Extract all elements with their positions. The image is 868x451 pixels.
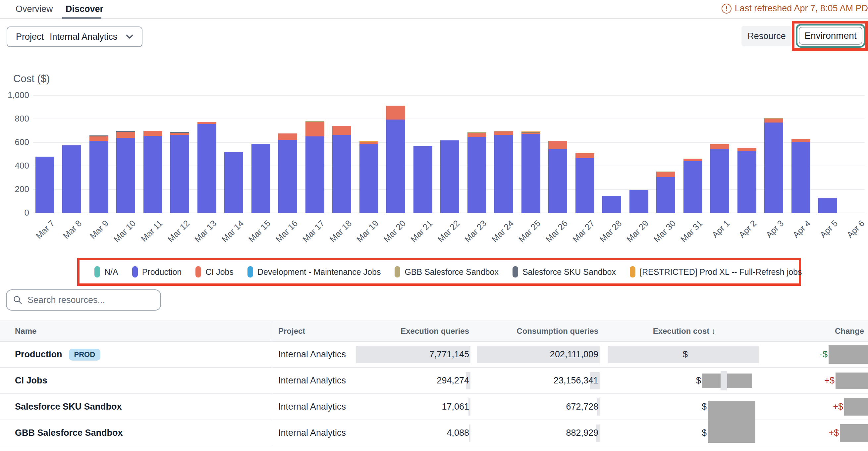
bar-segment-apr-4[interactable] xyxy=(792,139,810,142)
bar-segment-mar-27[interactable] xyxy=(576,153,594,158)
resource-toggle-button[interactable]: Resource xyxy=(741,26,792,46)
legend-item[interactable]: Production xyxy=(132,266,182,278)
bar-segment-mar-11[interactable] xyxy=(144,131,162,136)
bar-segment-mar-9[interactable] xyxy=(89,135,108,136)
bar-segment-mar-24[interactable] xyxy=(494,131,513,131)
bar-segment-mar-14[interactable] xyxy=(224,152,243,213)
bar-segment-mar-16[interactable] xyxy=(278,133,297,140)
bar-segment-apr-3[interactable] xyxy=(764,119,783,123)
table-row[interactable]: CI JobsInternal Analytics294,27423,156,3… xyxy=(0,368,868,394)
column-header-execution-cost[interactable]: Execution cost ↓ xyxy=(600,326,759,336)
tab-overview[interactable]: Overview xyxy=(16,4,53,14)
bar-segment-mar-25[interactable] xyxy=(522,133,540,134)
resource-name[interactable]: GBB Salesforce Sandbox xyxy=(15,428,123,438)
bar-segment-mar-24[interactable] xyxy=(494,135,513,213)
legend-item[interactable]: GBB Salesforce Sandbox xyxy=(395,266,499,278)
bar-segment-apr-5[interactable] xyxy=(818,198,837,213)
column-header-change[interactable]: Change xyxy=(759,326,868,336)
bar-segment-mar-19[interactable] xyxy=(360,142,378,144)
bar-segment-apr-1[interactable] xyxy=(710,144,729,149)
bar-segment-mar-31[interactable] xyxy=(683,159,702,159)
column-header-execution-queries[interactable]: Execution queries xyxy=(371,326,470,336)
bar-segment-apr-2[interactable] xyxy=(738,151,756,213)
bar-segment-mar-9[interactable] xyxy=(89,136,108,140)
resource-name[interactable]: CI Jobs xyxy=(15,376,48,386)
bar-segment-apr-3[interactable] xyxy=(764,123,783,213)
bar-segment-mar-25[interactable] xyxy=(522,134,540,213)
bar-segment-mar-17[interactable] xyxy=(306,122,324,136)
bar-segment-mar-17[interactable] xyxy=(306,121,324,122)
resource-name[interactable]: Salesforce SKU Sandbox xyxy=(15,402,122,412)
legend-item[interactable]: N/A xyxy=(94,266,118,278)
legend-item[interactable]: Salesforce SKU Sandbox xyxy=(513,266,616,278)
bar-segment-mar-12[interactable] xyxy=(170,132,189,133)
bar-segment-mar-11[interactable] xyxy=(144,136,162,213)
environment-toggle-button[interactable]: Environment xyxy=(799,27,862,45)
bar-segment-mar-27[interactable] xyxy=(576,158,594,213)
bar-segment-mar-18[interactable] xyxy=(332,135,351,213)
column-header-consumption-queries[interactable]: Consumption queries xyxy=(470,326,600,336)
bar-segment-mar-8[interactable] xyxy=(62,146,81,213)
bar-segment-mar-10[interactable] xyxy=(116,138,135,213)
search-input[interactable] xyxy=(28,295,154,305)
resource-name[interactable]: Production xyxy=(15,349,62,360)
project-filter-dropdown[interactable]: Project Internal Analytics xyxy=(7,27,143,47)
bar-segment-mar-25[interactable] xyxy=(522,131,540,133)
bar-segment-mar-10[interactable] xyxy=(116,131,135,132)
column-header-project[interactable]: Project xyxy=(272,321,371,341)
legend-swatch-icon xyxy=(195,266,201,278)
bar-segment-mar-16[interactable] xyxy=(278,140,297,213)
legend-item[interactable]: CI Jobs xyxy=(195,266,234,278)
bar-segment-mar-30[interactable] xyxy=(656,177,675,213)
bar-segment-mar-17[interactable] xyxy=(306,136,324,213)
bar-segment-apr-2[interactable] xyxy=(738,148,756,151)
table-row[interactable]: Salesforce SKU SandboxInternal Analytics… xyxy=(0,394,868,420)
bar-segment-mar-23[interactable] xyxy=(467,132,486,132)
bar-segment-mar-29[interactable] xyxy=(629,190,648,213)
bar-segment-mar-7[interactable] xyxy=(35,157,54,213)
bar-segment-mar-31[interactable] xyxy=(683,159,702,161)
bar-segment-mar-20[interactable] xyxy=(386,106,405,120)
bar-segment-mar-30[interactable] xyxy=(656,172,675,177)
bar-segment-mar-21[interactable] xyxy=(413,146,432,213)
x-tick-label: Mar 24 xyxy=(483,218,516,251)
bar-segment-mar-9[interactable] xyxy=(89,141,108,213)
bar-segment-mar-22[interactable] xyxy=(440,140,459,213)
consumption-queries-cell: 202,111,009 xyxy=(470,342,600,367)
bar-segment-mar-31[interactable] xyxy=(683,161,702,213)
column-header-name[interactable]: Name xyxy=(0,326,272,336)
bar-segment-mar-26[interactable] xyxy=(548,141,567,149)
bar-segment-mar-12[interactable] xyxy=(170,133,189,135)
search-box[interactable] xyxy=(6,289,161,311)
execution-cost-cell: $ xyxy=(600,368,759,393)
bar-segment-mar-26[interactable] xyxy=(548,149,567,213)
bar-segment-mar-19[interactable] xyxy=(360,141,378,142)
table-row[interactable]: ProductionPRODInternal Analytics7,771,14… xyxy=(0,342,868,368)
change-cell: +$ xyxy=(759,394,868,420)
tab-discover[interactable]: Discover xyxy=(66,4,103,14)
bar-segment-mar-18[interactable] xyxy=(332,126,351,135)
change-sign-prefix: -$ xyxy=(819,349,828,360)
x-tick-label: Mar 17 xyxy=(293,218,327,251)
bar-segment-mar-15[interactable] xyxy=(251,144,270,213)
legend-item[interactable]: Development - Maintenance Jobs xyxy=(247,266,381,278)
legend-item[interactable]: [RESTRICTED] Prod XL -- Full-Refresh job… xyxy=(630,266,802,278)
bar-segment-mar-20[interactable] xyxy=(386,120,405,213)
bar-segment-mar-19[interactable] xyxy=(360,144,378,213)
bar-segment-mar-12[interactable] xyxy=(170,135,189,213)
bar-segment-mar-25[interactable] xyxy=(522,132,540,133)
bar-segment-mar-30[interactable] xyxy=(656,171,675,172)
bar-segment-mar-13[interactable] xyxy=(197,124,216,213)
bar-segment-mar-28[interactable] xyxy=(602,196,621,213)
bar-segment-apr-3[interactable] xyxy=(764,118,783,118)
bar-segment-mar-24[interactable] xyxy=(494,131,513,135)
change-redaction-box xyxy=(829,345,868,364)
x-tick-label: Mar 26 xyxy=(537,218,570,251)
bar-segment-apr-4[interactable] xyxy=(792,142,810,213)
bar-segment-mar-23[interactable] xyxy=(467,137,486,213)
x-tick-label: Mar 8 xyxy=(51,218,84,251)
bar-segment-mar-23[interactable] xyxy=(467,133,486,137)
bar-segment-apr-1[interactable] xyxy=(710,149,729,213)
bar-segment-mar-13[interactable] xyxy=(197,122,216,124)
bar-segment-mar-10[interactable] xyxy=(116,132,135,138)
